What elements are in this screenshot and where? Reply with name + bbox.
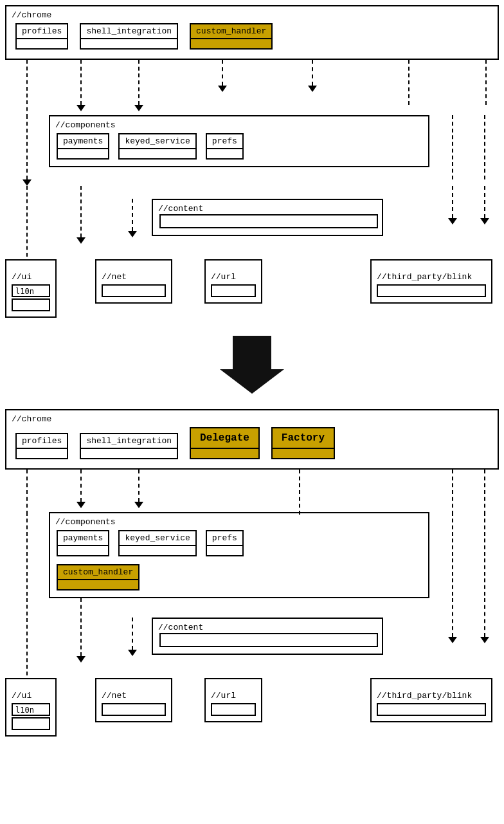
dashed-bot-col-4 xyxy=(299,470,300,515)
shell-integration-label-bottom: shell_integration xyxy=(80,433,178,449)
components-section-top: //components payments keyed_service pref… xyxy=(49,115,429,167)
dashed-col-7 xyxy=(485,60,487,118)
content-section-bottom: //content xyxy=(152,618,383,655)
payments-box-top: payments xyxy=(57,133,109,160)
prefs-label-bottom: prefs xyxy=(206,530,244,546)
dashed-col-6 xyxy=(408,60,410,118)
net-label-top: //net xyxy=(102,272,166,282)
payments-bar-top xyxy=(57,149,109,160)
dashed-br-1 xyxy=(452,512,453,596)
dashed-bl-2 xyxy=(80,598,82,656)
profiles-label-top: profiles xyxy=(15,23,68,39)
dashed-br4 xyxy=(484,598,485,637)
dashed-far-left xyxy=(26,186,28,257)
url-bar-bottom xyxy=(211,703,256,716)
url-box-top: //url xyxy=(204,259,262,304)
delegate-bar-bottom xyxy=(190,449,260,459)
url-bar-top xyxy=(211,284,256,297)
dashed-right-1 xyxy=(452,115,453,179)
arrow-4 xyxy=(308,86,317,92)
l10n-label-top: l10n xyxy=(13,286,49,297)
chrome-section-bottom: //chrome profiles shell_integration Dele… xyxy=(5,409,499,470)
dashed-r1 xyxy=(452,186,453,218)
l10n-label-bottom: l10n xyxy=(13,704,49,716)
custom-handler-bar-top xyxy=(190,39,273,50)
down-arrow-svg xyxy=(220,336,284,394)
prefs-box-top: prefs xyxy=(206,133,244,160)
arrow-2 xyxy=(134,105,143,111)
keyed-service-box-bottom: keyed_service xyxy=(118,530,196,556)
dashed-bot-col-2 xyxy=(76,470,86,515)
shell-integration-bar-top xyxy=(80,39,178,50)
dashed-left-1 xyxy=(26,115,28,179)
content-label-top: //content xyxy=(158,204,203,214)
components-section-bottom: //components payments keyed_service pref… xyxy=(49,512,429,598)
arrow-br1 xyxy=(448,637,457,643)
payments-label-bottom: payments xyxy=(57,530,109,546)
l10n-bar2-bottom xyxy=(12,717,50,730)
profiles-bar-bottom xyxy=(15,449,68,459)
content-bar-bottom xyxy=(159,633,378,647)
page: //chrome profiles shell_integration cust… xyxy=(0,0,504,742)
shell-integration-bar-bottom xyxy=(80,449,178,459)
content-bar-top xyxy=(159,214,378,228)
dashed-col-5 xyxy=(308,60,317,118)
net-box-bottom: //net xyxy=(95,678,172,722)
dashed-col-3 xyxy=(134,60,143,118)
content-section-top: //content xyxy=(152,199,383,236)
arrow-5 xyxy=(76,237,86,244)
dashed-right-2 xyxy=(484,115,485,179)
custom-handler-label-top: custom_handler xyxy=(190,23,273,39)
keyed-service-label-bottom: keyed_service xyxy=(118,530,196,546)
dashed-br-2 xyxy=(484,512,485,596)
svg-marker-0 xyxy=(220,336,284,394)
arrow-r2 xyxy=(480,218,489,224)
profiles-label-bottom: profiles xyxy=(15,433,68,449)
third-party-box-top: //third_party/blink xyxy=(370,259,492,304)
dashed-r2 xyxy=(484,186,485,218)
arrow-3 xyxy=(218,86,227,92)
delegate-label-bottom: Delegate xyxy=(190,427,260,449)
ui-box-bottom: //ui l10n xyxy=(5,678,57,737)
url-box-bottom: //url xyxy=(204,678,262,722)
url-label-top: //url xyxy=(211,272,256,282)
net-label-bottom: //net xyxy=(102,691,166,700)
big-arrow xyxy=(5,318,499,409)
third-party-bar-bottom xyxy=(377,703,486,716)
keyed-service-bar-top xyxy=(118,149,196,160)
ui-label-top: //ui xyxy=(12,272,50,282)
components-label-bottom: //components xyxy=(55,517,116,527)
factory-label-bottom: Factory xyxy=(271,427,335,449)
profiles-box-bottom: profiles xyxy=(15,433,68,459)
factory-bar-bottom xyxy=(271,449,335,459)
payments-box-bottom: payments xyxy=(57,530,109,556)
arrow-1 xyxy=(76,105,86,111)
chrome-section-top: //chrome profiles shell_integration cust… xyxy=(5,5,499,60)
dashed-col-2 xyxy=(76,60,86,118)
dashed-mid xyxy=(132,199,133,231)
profiles-bar-top xyxy=(15,39,68,50)
third-party-bar-top xyxy=(377,284,486,297)
dashed-bot-col-3 xyxy=(134,470,143,515)
net-box-top: //net xyxy=(95,259,172,304)
ui-box-top: //ui l10n xyxy=(5,259,57,318)
custom-handler-box-top: custom_handler xyxy=(190,23,273,50)
arrow-b4 xyxy=(128,650,137,656)
profiles-box-top: profiles xyxy=(15,23,68,50)
keyed-service-label-top: keyed_service xyxy=(118,133,196,149)
dashed-bot-col-6 xyxy=(484,470,485,515)
prefs-bar-bottom xyxy=(206,546,244,556)
arrow-b1 xyxy=(76,502,86,508)
components-label-top: //components xyxy=(55,120,116,130)
custom-handler-bar-bottom xyxy=(57,580,140,591)
keyed-service-box-top: keyed_service xyxy=(118,133,196,160)
dashed-bfar-left xyxy=(26,598,28,675)
arrow-6 xyxy=(128,231,137,237)
chrome-label-bottom: //chrome xyxy=(12,414,51,424)
delegate-box-bottom: Delegate xyxy=(190,427,260,459)
l10n-bar2-top xyxy=(12,298,50,311)
dashed-col-1 xyxy=(26,60,28,118)
l10n-bar-bottom: l10n xyxy=(12,703,50,716)
shell-integration-box-top: shell_integration xyxy=(80,23,178,50)
shell-integration-label-top: shell_integration xyxy=(80,23,178,39)
